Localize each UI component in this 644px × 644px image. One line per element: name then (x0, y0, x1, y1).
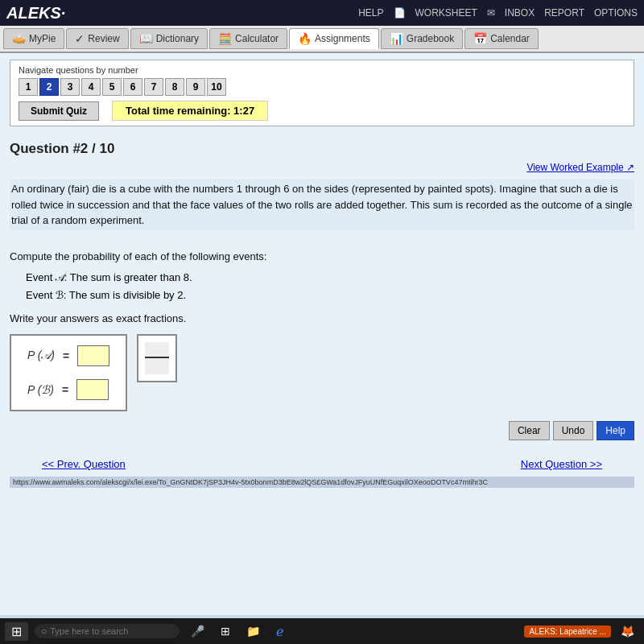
question-nav-label: Navigate questions by number (19, 65, 625, 75)
q-num-4[interactable]: 4 (81, 78, 101, 96)
tab-dictionary-label: Dictionary (156, 33, 199, 44)
q-num-3[interactable]: 3 (60, 78, 80, 96)
assignments-icon: 🔥 (298, 32, 312, 45)
tab-review[interactable]: ✓ Review (66, 28, 128, 49)
tab-gradebook[interactable]: 📊 Gradebook (381, 28, 463, 49)
prob-a-label: P (𝒜) (27, 349, 55, 362)
fraction-selector-box (137, 334, 177, 382)
write-answers-label: Write your answers as exact fractions. (10, 312, 634, 324)
events-box: Event 𝒜: The sum is greater than 8. Even… (26, 269, 634, 304)
fraction-numerator[interactable] (145, 342, 169, 358)
q-num-6[interactable]: 6 (123, 78, 142, 96)
fraction-display (145, 342, 169, 374)
calendar-icon: 📅 (473, 32, 487, 45)
tab-mypie[interactable]: 🥧 MyPie (3, 28, 64, 49)
prob-a-row: P (𝒜) = (27, 345, 109, 366)
dictionary-icon: 📖 (139, 32, 153, 45)
q-num-2[interactable]: 2 (39, 78, 59, 96)
prob-a-eq: = (63, 349, 69, 362)
view-worked-example-link[interactable]: View Worked Example ↗ (10, 162, 634, 173)
fraction-denominator[interactable] (145, 358, 169, 374)
view-worked-label: View Worked Example (526, 162, 623, 173)
prev-question-button[interactable]: << Prev. Question (42, 458, 126, 470)
q-num-7[interactable]: 7 (144, 78, 163, 96)
taskbar-mic-icon[interactable]: 🎤 (186, 623, 209, 639)
nav-buttons: << Prev. Question Next Question >> (10, 452, 634, 477)
report-link[interactable]: REPORT (544, 7, 584, 19)
firefox-icon[interactable]: 🦊 (616, 623, 639, 639)
taskbar-folder-icon[interactable]: 📁 (242, 623, 265, 639)
question-nav-box: Navigate questions by number 1 2 3 4 5 6… (10, 60, 634, 126)
top-nav-bar: ALEKS· HELP 📄 WORKSHEET ✉ INBOX REPORT O… (0, 0, 644, 26)
taskbar-search-box[interactable]: ○ (35, 624, 180, 638)
inbox-link[interactable]: INBOX (505, 7, 535, 19)
second-nav-bar: 🥧 MyPie ✓ Review 📖 Dictionary 🧮 Calculat… (0, 26, 644, 53)
clear-button[interactable]: Clear (509, 421, 550, 440)
gradebook-icon: 📊 (390, 32, 403, 45)
prob-a-input[interactable] (77, 345, 109, 366)
prob-b-row: P (ℬ) = (27, 379, 109, 400)
inbox-icon: ✉ (487, 7, 495, 19)
tab-review-label: Review (88, 33, 119, 44)
q-num-8[interactable]: 8 (165, 78, 184, 96)
q-num-9[interactable]: 9 (186, 78, 205, 96)
next-question-button[interactable]: Next Question >> (521, 458, 602, 470)
main-content: Navigate questions by number 1 2 3 4 5 6… (0, 53, 644, 615)
search-input[interactable] (50, 626, 155, 636)
question-header: Question #2 / 10 (10, 141, 634, 157)
question-body-p1: An ordinary (fair) die is a cube with th… (11, 181, 633, 229)
url-bar: https://www.awmaleks.com/alekscgi/x/lei.… (10, 477, 634, 488)
aleks-logo: ALEKS· (6, 4, 65, 23)
submit-quiz-button[interactable]: Submit Quiz (19, 101, 99, 121)
taskbar-edge-icon[interactable]: ℯ (271, 622, 288, 641)
aleks-taskbar-indicator[interactable]: ALEKS: Lapeatrice ... (524, 625, 611, 638)
compute-label: Compute the probability of each of the f… (10, 250, 634, 262)
tab-calculator[interactable]: 🧮 Calculator (209, 28, 287, 49)
tab-assignments[interactable]: 🔥 Assignments (289, 28, 379, 49)
prob-b-label: P (ℬ) (27, 383, 54, 396)
calculator-icon: 🧮 (218, 32, 232, 45)
start-button[interactable]: ⊞ (5, 622, 28, 641)
taskbar-grid-icon[interactable]: ⊞ (216, 623, 235, 639)
tab-assignments-label: Assignments (315, 33, 370, 44)
q-num-5[interactable]: 5 (102, 78, 122, 96)
question-numbers: 1 2 3 4 5 6 7 8 9 10 (19, 78, 625, 96)
mypie-icon: 🥧 (12, 32, 26, 45)
prob-b-input[interactable] (76, 379, 109, 400)
question-text: An ordinary (fair) die is a cube with th… (10, 180, 634, 230)
timer-display: Total time remaining: 1:27 (112, 101, 268, 121)
taskbar-right: ALEKS: Lapeatrice ... 🦊 (524, 623, 639, 639)
undo-button[interactable]: Undo (553, 421, 594, 440)
fraction-inputs-box: P (𝒜) = P (ℬ) = (10, 334, 127, 411)
search-icon: ○ (41, 625, 47, 637)
worksheet-link[interactable]: WORKSHEET (415, 7, 477, 19)
review-icon: ✓ (75, 32, 85, 45)
help-button[interactable]: Help (597, 421, 634, 440)
options-link[interactable]: OPTIONS (594, 7, 638, 19)
prob-b-eq: = (62, 383, 68, 396)
help-link[interactable]: HELP (358, 7, 383, 19)
external-link-icon: ↗ (626, 162, 634, 173)
tab-gradebook-label: Gradebook (407, 33, 454, 44)
answer-area: P (𝒜) = P (ℬ) = (10, 334, 634, 411)
event-a-label: Event 𝒜: The sum is greater than 8. (26, 269, 634, 287)
q-num-1[interactable]: 1 (19, 78, 38, 96)
tab-calendar-label: Calendar (490, 33, 530, 44)
tab-mypie-label: MyPie (29, 33, 56, 44)
taskbar: ⊞ ○ 🎤 ⊞ 📁 ℯ ALEKS: Lapeatrice ... 🦊 (0, 618, 644, 644)
tab-calendar[interactable]: 📅 Calendar (464, 28, 539, 49)
worksheet-icon: 📄 (394, 7, 406, 19)
tab-dictionary[interactable]: 📖 Dictionary (130, 28, 208, 49)
q-num-10[interactable]: 10 (207, 78, 226, 96)
submit-row: Submit Quiz Total time remaining: 1:27 (19, 101, 625, 121)
event-b-label: Event ℬ: The sum is divisible by 2. (26, 287, 634, 304)
tab-calculator-label: Calculator (235, 33, 279, 44)
top-links: HELP 📄 WORKSHEET ✉ INBOX REPORT OPTIONS (358, 7, 638, 19)
action-buttons: Clear Undo Help (10, 421, 634, 440)
